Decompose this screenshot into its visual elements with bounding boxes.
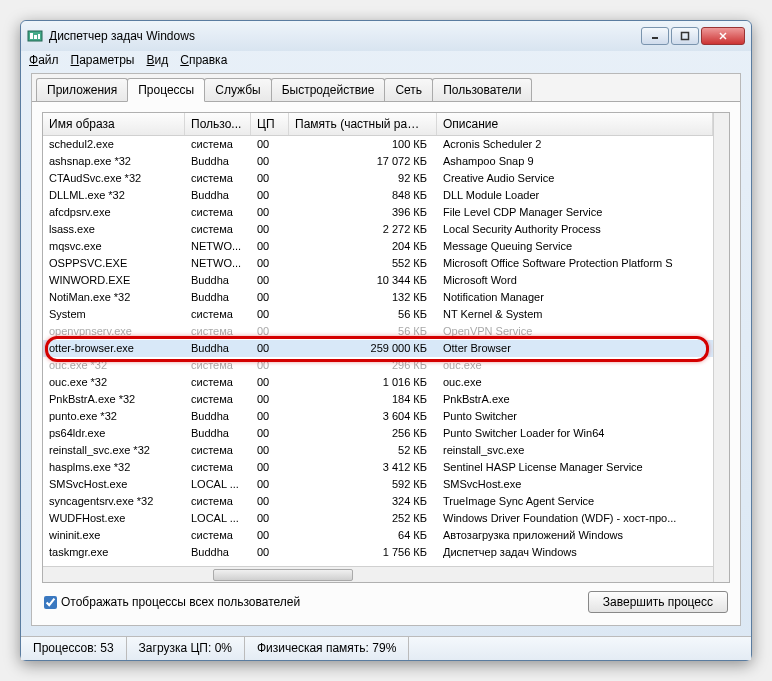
menu-options[interactable]: Параметры	[71, 53, 135, 67]
table-row[interactable]: CTAudSvc.exe *32система0092 КБCreative A…	[43, 170, 713, 187]
table-row[interactable]: ps64ldr.exeBuddha00256 КБPunto Switcher …	[43, 425, 713, 442]
maximize-button[interactable]	[671, 27, 699, 45]
tab-быстродействие[interactable]: Быстродействие	[271, 78, 386, 102]
table-row[interactable]: OSPPSVC.EXENETWO...00552 КБMicrosoft Off…	[43, 255, 713, 272]
table-row[interactable]: DLLML.exe *32Buddha00848 КБDLL Module Lo…	[43, 187, 713, 204]
svg-rect-5	[682, 33, 689, 40]
status-cpu: Загрузка ЦП: 0%	[127, 637, 245, 660]
menu-file[interactable]: Файл	[29, 53, 59, 67]
vertical-scrollbar[interactable]	[713, 113, 729, 582]
show-all-users-checkbox[interactable]: Отображать процессы всех пользователей	[44, 595, 300, 609]
col-memory[interactable]: Память (частный рабо...	[289, 113, 437, 135]
table-row[interactable]: hasplms.exe *32система003 412 КБSentinel…	[43, 459, 713, 476]
col-description[interactable]: Описание	[437, 113, 713, 135]
svg-rect-3	[38, 34, 40, 39]
tab-сеть[interactable]: Сеть	[384, 78, 433, 102]
table-row[interactable]: mqsvc.exeNETWO...00204 КБMessage Queuing…	[43, 238, 713, 255]
table-row[interactable]: wininit.exeсистема0064 КБАвтозагрузка пр…	[43, 527, 713, 544]
titlebar[interactable]: Диспетчер задач Windows	[21, 21, 751, 51]
table-row[interactable]: schedul2.exeсистема00100 КБAcronis Sched…	[43, 136, 713, 153]
menubar: Файл Параметры Вид Справка	[21, 51, 751, 69]
table-row[interactable]: ashsnap.exe *32Buddha0017 072 КБAshampoo…	[43, 153, 713, 170]
table-row[interactable]: ouc.exe *32система00296 КБouc.exe	[43, 357, 713, 374]
svg-rect-1	[30, 33, 33, 39]
minimize-button[interactable]	[641, 27, 669, 45]
col-user[interactable]: Пользо...	[185, 113, 251, 135]
table-row[interactable]: reinstall_svc.exe *32система0052 КБreins…	[43, 442, 713, 459]
tab-пользователи[interactable]: Пользователи	[432, 78, 532, 102]
table-row[interactable]: WINWORD.EXEBuddha0010 344 КБMicrosoft Wo…	[43, 272, 713, 289]
table-row[interactable]: syncagentsrv.exe *32система00324 КБTrueI…	[43, 493, 713, 510]
horizontal-scrollbar[interactable]	[43, 566, 713, 582]
tab-panel-processes: Имя образа Пользо... ЦП Память (частный …	[32, 101, 740, 625]
table-row[interactable]: taskmgr.exeBuddha001 756 КБДиспетчер зад…	[43, 544, 713, 561]
app-icon	[27, 28, 43, 44]
window-title: Диспетчер задач Windows	[49, 29, 641, 43]
col-cpu[interactable]: ЦП	[251, 113, 289, 135]
table-row[interactable]: punto.exe *32Buddha003 604 КБPunto Switc…	[43, 408, 713, 425]
table-row[interactable]: PnkBstrA.exe *32система00184 КБPnkBstrA.…	[43, 391, 713, 408]
statusbar: Процессов: 53 Загрузка ЦП: 0% Физическая…	[21, 636, 751, 660]
table-row[interactable]: NotiMan.exe *32Buddha00132 КБNotificatio…	[43, 289, 713, 306]
tab-службы[interactable]: Службы	[204, 78, 271, 102]
list-header: Имя образа Пользо... ЦП Память (частный …	[43, 113, 713, 136]
table-row[interactable]: openvpnserv.exeсистема0056 КБOpenVPN Ser…	[43, 323, 713, 340]
list-body[interactable]: schedul2.exeсистема00100 КБAcronis Sched…	[43, 136, 713, 566]
table-row[interactable]: WUDFHost.exeLOCAL ...00252 КБWindows Dri…	[43, 510, 713, 527]
process-list: Имя образа Пользо... ЦП Память (частный …	[42, 112, 730, 583]
col-image[interactable]: Имя образа	[43, 113, 185, 135]
table-row[interactable]: ouc.exe *32система001 016 КБouc.exe	[43, 374, 713, 391]
table-row[interactable]: otter-browser.exeBuddha00259 000 КБOtter…	[43, 340, 713, 357]
table-row[interactable]: SMSvcHost.exeLOCAL ...00592 КБSMSvcHost.…	[43, 476, 713, 493]
table-row[interactable]: afcdpsrv.exeсистема00396 КБFile Level CD…	[43, 204, 713, 221]
close-button[interactable]	[701, 27, 745, 45]
content-area: ПриложенияПроцессыСлужбыБыстродействиеСе…	[31, 73, 741, 626]
menu-help[interactable]: Справка	[180, 53, 227, 67]
task-manager-window: Диспетчер задач Windows Файл Параметры В…	[20, 20, 752, 661]
tab-приложения[interactable]: Приложения	[36, 78, 128, 102]
tab-процессы[interactable]: Процессы	[127, 78, 205, 102]
status-memory: Физическая память: 79%	[245, 637, 409, 660]
tab-strip: ПриложенияПроцессыСлужбыБыстродействиеСе…	[32, 74, 740, 102]
end-process-button[interactable]: Завершить процесс	[588, 591, 728, 613]
table-row[interactable]: Systemсистема0056 КБNT Kernel & System	[43, 306, 713, 323]
svg-rect-2	[34, 35, 37, 39]
table-row[interactable]: lsass.exeсистема002 272 КБLocal Security…	[43, 221, 713, 238]
menu-view[interactable]: Вид	[146, 53, 168, 67]
status-processes: Процессов: 53	[21, 637, 127, 660]
